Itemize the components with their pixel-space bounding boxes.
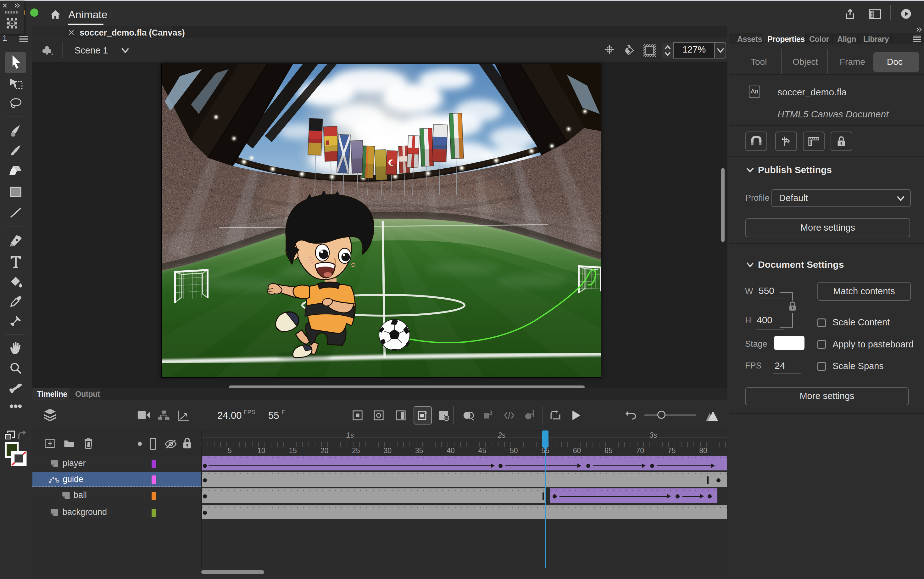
svg-text:A: A <box>425 411 427 415</box>
